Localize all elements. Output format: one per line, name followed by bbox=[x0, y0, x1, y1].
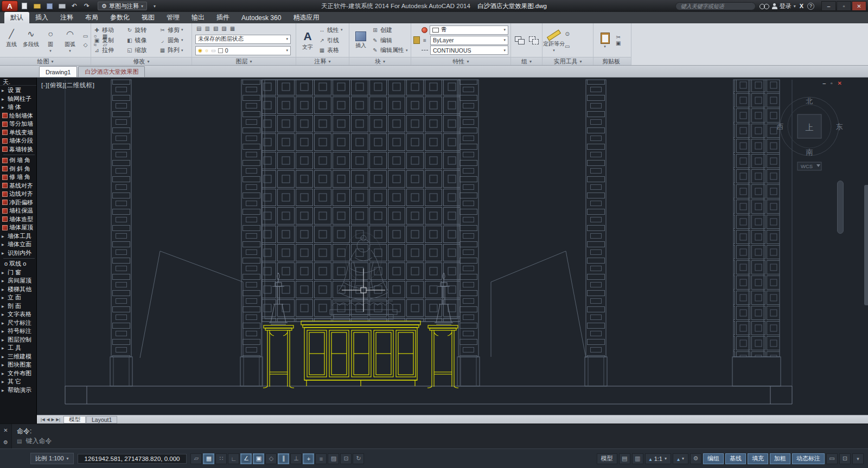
layer-tool-icon[interactable]: ▦ bbox=[230, 25, 235, 31]
sidebar-item[interactable]: 三维建模 bbox=[0, 352, 36, 361]
draw-tool-button[interactable]: ○ 圆 ▾ bbox=[41, 24, 60, 56]
snap-toggle-button[interactable]: + bbox=[303, 453, 314, 464]
search-input[interactable] bbox=[675, 2, 756, 10]
draw-extra-icon[interactable]: ◇ bbox=[81, 41, 90, 49]
snap-toggle-button[interactable]: ∠ bbox=[240, 453, 252, 464]
sidebar-item[interactable]: 单线变墙 bbox=[0, 129, 36, 137]
tarch-toggle-button[interactable]: 编组 bbox=[703, 453, 724, 464]
block-tool-button[interactable]: ⊞ 创建 bbox=[372, 25, 408, 35]
sidebar-item[interactable]: 符号标注 bbox=[0, 327, 36, 336]
ribbon-tab[interactable]: 布局 bbox=[79, 12, 104, 23]
cut-icon[interactable] bbox=[616, 34, 621, 40]
ungroup-icon[interactable] bbox=[529, 36, 539, 44]
layer-tool-icon[interactable]: ▨ bbox=[221, 25, 226, 31]
panel-label-annotation[interactable]: 注释 bbox=[296, 57, 349, 65]
panel-label-draw[interactable]: 绘图 bbox=[0, 57, 91, 65]
panel-label-modify[interactable]: 修改 bbox=[91, 57, 192, 65]
annotation-tool-button[interactable]: ↗ 引线 bbox=[318, 36, 343, 45]
qat-menu-icon[interactable] bbox=[150, 2, 159, 10]
scrollbar-thumb[interactable] bbox=[837, 181, 844, 234]
modify-tool-button[interactable]: ⊿ 拉伸 bbox=[93, 46, 122, 55]
tarch-toggle-button[interactable]: 基线 bbox=[725, 453, 746, 464]
model-space-button[interactable]: 模型 bbox=[597, 453, 617, 464]
workspace-switcher[interactable]: ⚙ 草图与注释 bbox=[98, 2, 147, 10]
insert-block-button[interactable]: 插入 bbox=[352, 24, 370, 56]
file-tab[interactable]: 白沙酒店大堂效果图 bbox=[78, 66, 145, 77]
sidebar-item[interactable]: 图块图案 bbox=[0, 361, 36, 369]
annotation-scale-button[interactable]: 1:1 bbox=[645, 453, 671, 464]
modify-tool-button[interactable]: ◱ 缩放 bbox=[126, 46, 155, 55]
open-file-icon[interactable] bbox=[32, 2, 42, 10]
panel-label-utilities[interactable]: 实用工具 bbox=[542, 57, 593, 65]
linetype-dropdown[interactable]: CONTINUOUS bbox=[430, 46, 508, 55]
block-tool-button[interactable]: ✎ 编辑属性 ▾ bbox=[372, 46, 408, 55]
layout-tab[interactable]: Layout1 bbox=[86, 416, 117, 424]
sidebar-item[interactable]: 墙 体 bbox=[0, 103, 36, 112]
viewport-minimize-icon[interactable]: – bbox=[823, 80, 826, 86]
layout-tab[interactable]: 模型 bbox=[63, 416, 86, 424]
snap-toggle-button[interactable]: ∟ bbox=[228, 453, 239, 464]
draw-tool-button[interactable]: ◠ 圆弧 ▾ bbox=[61, 24, 79, 56]
modify-tool-button[interactable]: ◧ 镜像 bbox=[126, 36, 155, 45]
snap-toggle-button[interactable]: ▱ bbox=[190, 453, 202, 464]
sidebar-item[interactable]: 其 它 bbox=[0, 377, 36, 386]
layout-icon[interactable] bbox=[619, 453, 630, 464]
ribbon-tab[interactable]: 管理 bbox=[161, 12, 186, 23]
modify-tool-button[interactable]: ✂ 修剪 ▾ bbox=[159, 25, 189, 35]
sidebar-item[interactable]: 帮助演示 bbox=[0, 386, 36, 395]
panel-label-clipboard[interactable]: 剪贴板 bbox=[593, 57, 631, 65]
snap-toggle-button[interactable]: ∥ bbox=[278, 453, 289, 464]
block-tool-button[interactable]: ✎ 编辑 bbox=[372, 36, 408, 45]
snap-toggle-button[interactable]: ⊥ bbox=[290, 453, 302, 464]
sidebar-item[interactable]: 绘制墙体 bbox=[0, 112, 36, 120]
sidebar-item[interactable]: 墙体分段 bbox=[0, 137, 36, 145]
annotation-tool-button[interactable]: ▦ 表格 bbox=[318, 46, 343, 55]
viewport-controls-label[interactable]: [-][俯视][二维线框] bbox=[41, 81, 95, 89]
modify-tool-button[interactable]: ↻ 旋转 bbox=[126, 25, 155, 35]
group-icon[interactable] bbox=[515, 36, 525, 44]
quick-select-icon[interactable] bbox=[565, 43, 570, 49]
autocad-logo-icon[interactable]: A bbox=[2, 1, 18, 11]
modify-tool-button[interactable]: ▦ 阵列 ▾ bbox=[159, 46, 189, 55]
object-color-icon[interactable] bbox=[422, 27, 427, 33]
annotation-visibility-button[interactable] bbox=[673, 453, 688, 464]
collapsed-palette-tab[interactable] bbox=[864, 185, 868, 305]
tarch-toggle-button[interactable]: 加粗 bbox=[770, 453, 790, 464]
layer-tool-icon[interactable]: ▤ bbox=[196, 25, 201, 31]
viewport-restore-icon[interactable]: ▫ bbox=[831, 80, 833, 86]
sidebar-title[interactable]: 天. bbox=[0, 78, 36, 86]
text-tool-button[interactable]: A 文字 bbox=[298, 24, 317, 56]
snap-toggle-button[interactable]: ⊡ bbox=[340, 453, 352, 464]
sidebar-item[interactable]: 净距偏移 bbox=[0, 198, 36, 207]
tarch-toggle-button[interactable]: 动态标注 bbox=[792, 453, 825, 464]
layer-tool-icon[interactable]: ▥ bbox=[205, 25, 209, 31]
match-properties-icon[interactable] bbox=[413, 36, 420, 44]
layer-dropdown[interactable]: ◉ ☼ ▭ 0 bbox=[195, 46, 291, 55]
sidebar-item[interactable]: 倒 墙 角 bbox=[0, 156, 36, 165]
vertical-scrollbar[interactable] bbox=[837, 78, 844, 415]
drawing-canvas[interactable]: 上 北 南 西 东 WCS bbox=[37, 78, 868, 415]
sidebar-item[interactable]: 剖 面 bbox=[0, 302, 36, 311]
sidebar-item[interactable]: 图层控制 bbox=[0, 336, 36, 344]
ribbon-tab[interactable]: 默认 bbox=[4, 12, 29, 23]
snap-toggle-button[interactable]: ≡ bbox=[315, 453, 327, 464]
sidebar-item[interactable]: 基线对齐 bbox=[0, 182, 36, 190]
snap-toggle-button[interactable]: ∷ bbox=[215, 453, 227, 464]
ribbon-tab[interactable]: 参数化 bbox=[104, 12, 136, 23]
minimize-button[interactable]: – bbox=[821, 1, 836, 11]
layer-tool-icon[interactable]: ▧ bbox=[213, 25, 218, 31]
sidebar-item[interactable]: o 双线 o bbox=[0, 260, 36, 268]
ribbon-tab[interactable]: 注释 bbox=[54, 12, 79, 23]
command-close-icon[interactable]: ✕ bbox=[3, 427, 8, 433]
modify-tool-button[interactable]: ▣ 复制 bbox=[93, 36, 122, 45]
sidebar-item[interactable]: 工 具 bbox=[0, 344, 36, 352]
layer-color-swatch[interactable] bbox=[218, 48, 223, 53]
sidebar-item[interactable]: 楼梯其他 bbox=[0, 285, 36, 294]
command-customize-icon[interactable]: ⚙ bbox=[3, 439, 8, 445]
sidebar-item[interactable]: 墙体立面 bbox=[0, 240, 36, 249]
sidebar-item[interactable]: 尺寸标注 bbox=[0, 319, 36, 328]
snap-toggle-button[interactable]: ▦ bbox=[203, 453, 214, 464]
layer-state-dropdown[interactable]: 未保存的图层状态 bbox=[195, 35, 291, 44]
snap-toggle-button[interactable]: ▣ bbox=[253, 453, 264, 464]
cad-drawing[interactable]: 上 北 南 西 东 WCS bbox=[37, 78, 868, 415]
